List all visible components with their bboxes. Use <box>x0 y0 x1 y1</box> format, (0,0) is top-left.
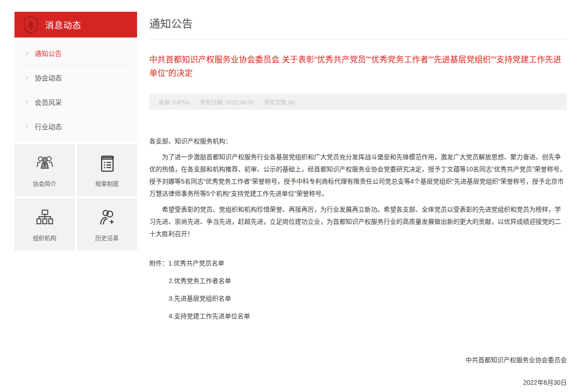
signature-date: 2022年6月30日 <box>149 377 567 389</box>
chevron-right-icon: › <box>25 74 28 81</box>
sidebar-quick-tiles: 协会简介 <box>14 144 137 250</box>
tile-rules[interactable]: 规章制度 <box>77 144 137 196</box>
article-source: 来源: CIPSA <box>158 98 190 106</box>
tile-label: 组织机构 <box>33 233 56 242</box>
sidebar-item-industry-news[interactable]: › 行业动态 <box>21 114 131 138</box>
user-plus-icon <box>97 208 118 230</box>
sidebar-header-title: 消息动态 <box>45 19 81 31</box>
sidebar-header: 消息动态 <box>14 12 137 38</box>
page-title-bar: 通知公告 <box>149 12 567 39</box>
sidebar-item-label: 行业动态 <box>35 122 62 131</box>
org-chart-icon <box>34 208 55 230</box>
article-publish-date: 发布日期: 2022.06.30 <box>199 98 254 106</box>
tile-organization[interactable]: 组织机构 <box>14 198 75 250</box>
tile-label: 历史沿革 <box>95 233 119 242</box>
article-paragraph: 希望受表彰的党员、党组织和机构珍惜荣誉、再接再厉，为行业发展再立新功。希望各支部… <box>149 203 567 240</box>
article-meta-bar: 来源: CIPSA 发布日期: 2022.06.30 浏览次数 (6) <box>149 94 567 110</box>
attachment-item: 3.先进基层党组织名单 <box>149 293 567 305</box>
article-salutation: 各支部、知识产权服务机构： <box>149 135 567 147</box>
sidebar: 消息动态 › 通知公告 › 协会动态 › 会员风采 › 行业动态 <box>14 12 137 250</box>
attachments-list: 附件：1.优秀共产党员名单 2.优秀党务工作者名单 3.先进基层党组织名单 4.… <box>149 257 567 322</box>
article-signature: 中共首都知识产权服务业协会委员会 2022年6月30日 <box>149 354 567 389</box>
tile-label: 协会简介 <box>33 179 56 188</box>
sidebar-item-member-showcase[interactable]: › 会员风采 <box>21 90 131 114</box>
article-view-count: 浏览次数 (6) <box>264 98 295 106</box>
attachment-item: 附件：1.优秀共产党员名单 <box>149 257 567 269</box>
tile-association-intro[interactable]: 协会简介 <box>14 144 75 196</box>
attachment-item: 2.优秀党务工作者名单 <box>149 275 567 287</box>
people-group-icon <box>34 153 55 176</box>
rulebook-icon <box>97 153 118 176</box>
chevron-right-icon: › <box>25 98 28 106</box>
sidebar-item-notices[interactable]: › 通知公告 <box>21 41 131 65</box>
attachments-label: 附件： <box>149 260 168 267</box>
tile-label: 规章制度 <box>95 179 119 188</box>
tile-history[interactable]: 历史沿革 <box>77 198 137 250</box>
page-title: 通知公告 <box>149 17 567 31</box>
attachment-item: 4.支持党建工作先进单位名单 <box>149 310 567 322</box>
sidebar-item-label: 协会动态 <box>35 73 62 82</box>
main-content: 通知公告 中共首都知识产权服务业协会委员会 关于表彰“优秀共产党员”“优秀党务工… <box>149 12 567 389</box>
page: 消息动态 › 通知公告 › 协会动态 › 会员风采 › 行业动态 <box>0 0 579 392</box>
chevron-right-icon: › <box>25 49 28 57</box>
chevron-right-icon: › <box>25 123 28 130</box>
shield-icon <box>23 16 39 34</box>
sidebar-item-association-news[interactable]: › 协会动态 <box>21 65 131 90</box>
article-title: 中共首都知识产权服务业协会委员会 关于表彰“优秀共产党员”“优秀党务工作者”“先… <box>149 53 567 80</box>
attachment-item-text: 1.优秀共产党员名单 <box>168 260 224 267</box>
sidebar-menu: › 通知公告 › 协会动态 › 会员风采 › 行业动态 <box>14 41 137 142</box>
article-paragraph: 为了进一步激励首都知识产权服务行业各基层党组织和广大党员充分发挥战斗堡垒和先锋模… <box>149 151 567 200</box>
sidebar-item-label: 通知公告 <box>35 48 62 58</box>
signature-org: 中共首都知识产权服务业协会委员会 <box>149 354 567 366</box>
sidebar-item-label: 会员风采 <box>35 97 62 107</box>
article-body: 各支部、知识产权服务机构： 为了进一步激励首都知识产权服务行业各基层党组织和广大… <box>149 135 567 389</box>
